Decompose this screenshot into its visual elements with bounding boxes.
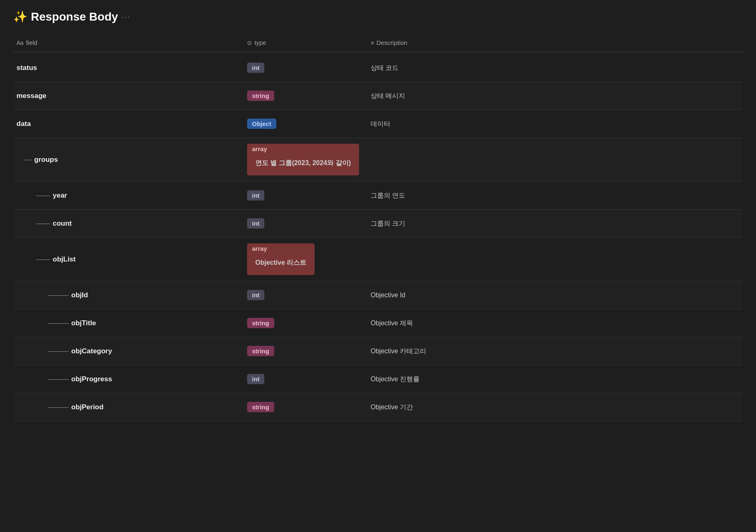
field-cell: —— year: [13, 186, 244, 205]
field-cell: ——— objProgress: [13, 369, 244, 389]
type-cell: int: [244, 212, 367, 234]
type-badge: string: [247, 318, 274, 328]
table-row: —— count int 그룹의 크기: [13, 210, 743, 238]
type-badge: int: [247, 218, 264, 229]
response-body-table: Aa field ⊙ type ≡ Description status int…: [13, 33, 743, 421]
table-row: ——— objCategory string Objective 카테고리: [13, 337, 743, 365]
desc-cell: Objective 카테고리: [367, 341, 743, 362]
type-badge: string: [247, 346, 274, 356]
page-title: ✨ Response Body ···: [13, 10, 743, 23]
type-badge: int: [247, 190, 264, 201]
desc-cell: Objective 진행률: [367, 369, 743, 390]
field-icon: Aa: [16, 40, 23, 46]
indent-dash: ——: [36, 255, 50, 264]
field-cell: status: [13, 58, 244, 78]
table-body: status int 상태 코드 message string 상태 메시지 d…: [13, 54, 743, 421]
indent-dash: ———: [48, 291, 69, 299]
type-cell: string: [244, 396, 367, 418]
type-cell: array 연도 별 그룹(2023, 2024와 같이): [244, 138, 367, 181]
type-cell: string: [244, 312, 367, 334]
indent-dash: —: [25, 156, 32, 164]
indent-dash: ———: [48, 403, 69, 411]
field-cell: data: [13, 114, 244, 134]
type-cell: string: [244, 85, 367, 107]
field-name: objCategory: [71, 347, 112, 355]
column-description: ≡ Description: [367, 37, 743, 48]
desc-cell: 데이터: [367, 113, 743, 135]
type-cell: int: [244, 184, 367, 206]
indent-dash: ———: [48, 347, 69, 355]
type-cell: int: [244, 284, 367, 306]
field-cell: — groups: [13, 150, 244, 170]
type-cell: Object: [244, 113, 367, 135]
field-name: objProgress: [71, 375, 112, 383]
field-cell: message: [13, 86, 244, 106]
desc-cell: Objective 리스트: [252, 252, 310, 273]
type-badge: int: [247, 374, 264, 384]
table-row: —— year int 그룹의 연도: [13, 182, 743, 210]
desc-cell: 연도 별 그룹(2023, 2024와 같이): [252, 152, 354, 174]
field-cell: ——— objCategory: [13, 341, 244, 361]
field-name: objList: [53, 255, 76, 264]
desc-cell: Objective Id: [367, 285, 743, 306]
type-cell: int: [244, 57, 367, 79]
table-row: data Object 데이터: [13, 110, 743, 138]
field-name: objTitle: [71, 319, 96, 327]
type-badge: int: [247, 290, 264, 300]
type-badge: string: [247, 91, 274, 101]
table-row: status int 상태 코드: [13, 54, 743, 82]
field-name: objPeriod: [71, 403, 103, 411]
field-name: objId: [71, 291, 88, 299]
type-badge: array Objective 리스트: [247, 243, 315, 275]
table-header: Aa field ⊙ type ≡ Description: [13, 33, 743, 52]
desc-icon: ≡: [371, 40, 374, 46]
type-badge: int: [247, 63, 264, 73]
table-row: ——— objPeriod string Objective 기간: [13, 393, 743, 421]
indent-dash: ———: [48, 319, 69, 327]
field-label: field: [26, 39, 37, 46]
desc-cell: 상태 메시지: [367, 85, 743, 107]
indent-dash: ———: [48, 375, 69, 383]
field-name: message: [16, 92, 47, 100]
desc-cell: Objective 제목: [367, 313, 743, 334]
field-cell: —— count: [13, 214, 244, 233]
table-row: ——— objTitle string Objective 제목: [13, 309, 743, 337]
type-badge: array 연도 별 그룹(2023, 2024와 같이): [247, 144, 359, 175]
table-row: ——— objProgress int Objective 진행률: [13, 365, 743, 393]
table-row: ——— objId int Objective Id: [13, 281, 743, 309]
type-icon: ⊙: [247, 40, 252, 46]
type-cell: int: [244, 368, 367, 390]
field-cell: ——— objId: [13, 285, 244, 305]
field-cell: ——— objTitle: [13, 313, 244, 333]
field-cell: ——— objPeriod: [13, 397, 244, 417]
field-name: status: [16, 64, 37, 72]
table-row: message string 상태 메시지: [13, 82, 743, 110]
type-badge: string: [247, 402, 274, 412]
field-cell: —— objList: [13, 250, 244, 269]
field-name: year: [53, 191, 67, 200]
column-type[interactable]: ⊙ type: [244, 37, 367, 48]
desc-label: Description: [376, 39, 407, 46]
desc-cell: 상태 코드: [367, 57, 743, 79]
table-row: — groups array 연도 별 그룹(2023, 2024와 같이): [13, 138, 743, 182]
sparkle-icon: ✨: [13, 10, 28, 23]
desc-cell: 그룹의 연도: [367, 185, 743, 206]
type-cell: array Objective 리스트: [244, 238, 367, 281]
type-label: type: [254, 39, 266, 46]
desc-cell: 그룹의 크기: [367, 213, 743, 234]
field-name: data: [16, 120, 31, 128]
column-field: Aa field: [13, 37, 244, 48]
indent-dash: ——: [36, 219, 50, 228]
type-cell: string: [244, 340, 367, 362]
title-text: Response Body: [31, 10, 118, 23]
type-badge: Object: [247, 119, 276, 129]
field-name: groups: [34, 156, 58, 164]
field-name: count: [53, 219, 72, 228]
page-container: ✨ Response Body ··· Aa field ⊙ type ≡ De…: [0, 0, 756, 431]
desc-cell: Objective 기간: [367, 397, 743, 418]
table-row: —— objList array Objective 리스트: [13, 238, 743, 281]
more-options-icon[interactable]: ···: [121, 12, 131, 21]
indent-dash: ——: [36, 191, 50, 200]
